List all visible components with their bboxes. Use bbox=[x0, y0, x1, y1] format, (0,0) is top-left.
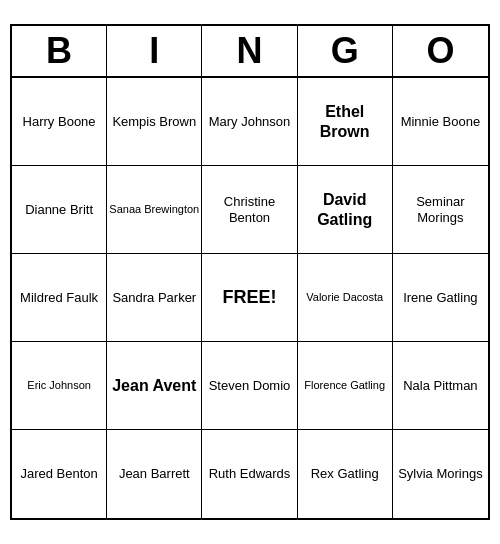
bingo-cell-3: Ethel Brown bbox=[298, 78, 393, 166]
bingo-cell-21: Jean Barrett bbox=[107, 430, 202, 518]
bingo-cell-17: Steven Domio bbox=[202, 342, 297, 430]
bingo-header: BINGO bbox=[12, 26, 488, 78]
header-letter-g: G bbox=[298, 26, 393, 76]
bingo-grid: Harry BooneKempis BrownMary JohnsonEthel… bbox=[12, 78, 488, 518]
header-letter-b: B bbox=[12, 26, 107, 76]
bingo-cell-5: Dianne Britt bbox=[12, 166, 107, 254]
header-letter-n: N bbox=[202, 26, 297, 76]
bingo-cell-22: Ruth Edwards bbox=[202, 430, 297, 518]
bingo-cell-8: David Gatling bbox=[298, 166, 393, 254]
bingo-cell-9: Seminar Morings bbox=[393, 166, 488, 254]
bingo-cell-4: Minnie Boone bbox=[393, 78, 488, 166]
bingo-cell-18: Florence Gatling bbox=[298, 342, 393, 430]
bingo-cell-7: Christine Benton bbox=[202, 166, 297, 254]
bingo-cell-13: Valorie Dacosta bbox=[298, 254, 393, 342]
header-letter-o: O bbox=[393, 26, 488, 76]
bingo-card: BINGO Harry BooneKempis BrownMary Johnso… bbox=[10, 24, 490, 520]
bingo-cell-20: Jared Benton bbox=[12, 430, 107, 518]
bingo-cell-14: Irene Gatling bbox=[393, 254, 488, 342]
bingo-cell-11: Sandra Parker bbox=[107, 254, 202, 342]
bingo-cell-6: Sanaa Brewington bbox=[107, 166, 202, 254]
bingo-cell-0: Harry Boone bbox=[12, 78, 107, 166]
bingo-cell-23: Rex Gatling bbox=[298, 430, 393, 518]
header-letter-i: I bbox=[107, 26, 202, 76]
bingo-cell-2: Mary Johnson bbox=[202, 78, 297, 166]
bingo-cell-15: Eric Johnson bbox=[12, 342, 107, 430]
bingo-cell-19: Nala Pittman bbox=[393, 342, 488, 430]
bingo-cell-10: Mildred Faulk bbox=[12, 254, 107, 342]
bingo-cell-1: Kempis Brown bbox=[107, 78, 202, 166]
bingo-cell-16: Jean Avent bbox=[107, 342, 202, 430]
bingo-cell-24: Sylvia Morings bbox=[393, 430, 488, 518]
bingo-cell-12: FREE! bbox=[202, 254, 297, 342]
